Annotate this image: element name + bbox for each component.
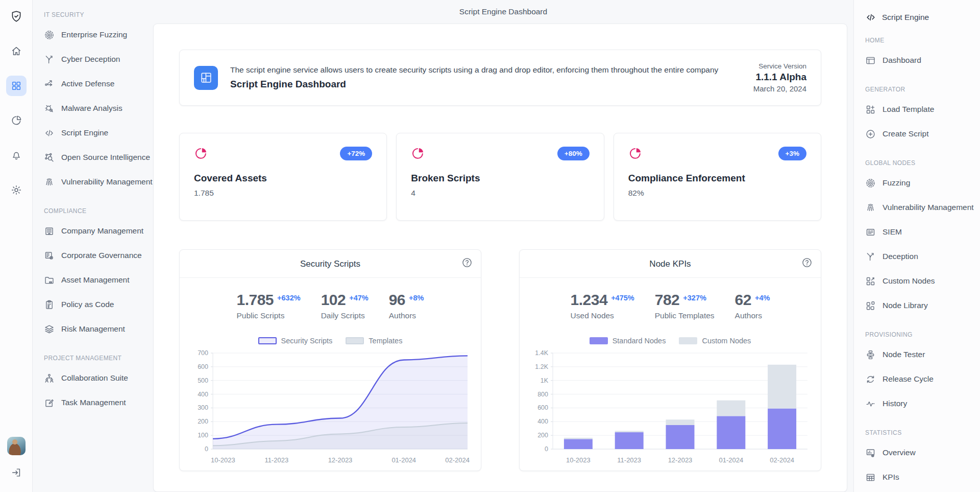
sidebar-item-label: Enterprise Fuzzing: [61, 30, 127, 39]
rightbar-section-title: GENERATOR: [865, 86, 976, 93]
sidebar-item-label: Open Source Intelligence: [61, 153, 150, 162]
sidebar-item-enterprise-fuzzing[interactable]: Enterprise Fuzzing: [44, 22, 148, 47]
rail-settings-button[interactable]: [6, 180, 27, 200]
sidebar-item-vulnerability-management[interactable]: Vulnerability Management: [44, 170, 148, 194]
chart-stat-delta: +632%: [277, 291, 301, 302]
icon-rail: [0, 0, 33, 492]
user-avatar[interactable]: [7, 437, 26, 455]
network-search-icon: [44, 152, 55, 163]
chart-stat-value: 102: [321, 291, 346, 309]
chart-stat-line: 1.785+632%: [236, 291, 300, 309]
info-card-text: The script engine service allows users t…: [230, 65, 741, 90]
chart-stat-line: 62+4%: [735, 291, 770, 309]
sidebar-item-asset-management[interactable]: Asset Management: [44, 268, 148, 292]
rightbar-item-custom-nodes[interactable]: Custom Nodes: [865, 269, 976, 293]
dashboard-app-icon: [194, 66, 218, 90]
chart-stat: 62+4%Authors: [735, 291, 770, 320]
rightbar-item-label: Vulnerability Management: [883, 203, 974, 212]
sidebar-item-script-engine[interactable]: Script Engine: [44, 121, 148, 145]
legend-swatch: [258, 337, 277, 344]
siem-card-icon: [865, 227, 876, 238]
chart-stat-delta: +47%: [349, 291, 369, 302]
service-version-label: Service Version: [753, 62, 806, 70]
rightbar-item-vulnerability-management[interactable]: Vulnerability Management: [865, 195, 976, 220]
sidebar-item-corporate-governance[interactable]: Corporate Governance: [44, 243, 148, 268]
rightbar-item-dashboard[interactable]: Dashboard: [865, 48, 976, 73]
chart-card-node-kpis: Node KPIs1.234+475%Used Nodes782+327%Pub…: [519, 249, 821, 471]
stat-card-title: Broken Scripts: [411, 173, 589, 184]
rail-home-button[interactable]: [6, 41, 27, 61]
logout-button[interactable]: [6, 462, 27, 483]
rightbar-item-deception[interactable]: Deception: [865, 244, 976, 269]
home-icon: [11, 45, 22, 57]
code-icon: [44, 128, 55, 138]
rail-notifications-button[interactable]: [6, 145, 27, 166]
rightbar-item-label: Release Cycle: [883, 374, 934, 384]
svg-text:01-2024: 01-2024: [391, 456, 416, 464]
rightbar-section-title: HOME: [865, 37, 976, 44]
chart-title: Security Scripts: [180, 259, 481, 269]
rightbar-item-load-template[interactable]: Load Template: [865, 97, 976, 122]
stat-card: +80%Broken Scripts4: [396, 133, 604, 221]
bell-icon: [11, 150, 22, 161]
chart-header: Node KPIs: [520, 250, 821, 278]
rightbar-item-release-cycle[interactable]: Release Cycle: [865, 367, 976, 391]
right-sidebar: Script Engine HOMEDashboardGENERATORLoad…: [853, 0, 980, 492]
sidebar-item-active-defense[interactable]: Active Defense: [44, 72, 148, 96]
sidebar-item-open-source-intelligence[interactable]: Open Source Intelligence: [44, 145, 148, 170]
chart-header: Security Scripts: [180, 250, 481, 278]
stat-card-value: 4: [411, 189, 589, 198]
rightbar-item-label: Custom Nodes: [883, 276, 935, 286]
legend-label: Security Scripts: [281, 337, 333, 345]
chart-stat-delta: +475%: [611, 291, 634, 302]
sidebar-item-risk-management[interactable]: Risk Management: [44, 317, 148, 341]
rightbar-item-overview[interactable]: Overview: [865, 440, 976, 465]
info-title: Script Engine Dashboard: [230, 79, 741, 90]
sidebar-item-label: Malware Analysis: [61, 104, 122, 113]
rightbar-item-history[interactable]: History: [865, 391, 976, 416]
rightbar-item-fuzzing[interactable]: Fuzzing: [865, 171, 976, 195]
rightbar-section-title: STATISTICS: [865, 429, 976, 436]
svg-text:300: 300: [198, 404, 208, 411]
rail-logo-button[interactable]: [6, 6, 27, 27]
svg-text:02-2024: 02-2024: [770, 456, 794, 464]
sidebar-item-task-management[interactable]: Task Management: [44, 390, 148, 415]
legend-item: Templates: [346, 337, 402, 345]
help-icon[interactable]: [801, 257, 813, 268]
chart-stat-value: 1.785: [236, 291, 274, 309]
cycle-icon: [865, 374, 876, 385]
chart-stat-line: 782+327%: [655, 291, 715, 309]
chart-stats-row: 1.785+632%Public Scripts102+47%Daily Scr…: [180, 291, 481, 320]
grid-icon: [11, 80, 22, 91]
stat-card-value: 82%: [628, 189, 806, 198]
svg-text:1.4K: 1.4K: [535, 349, 548, 357]
chart-stat-label: Used Nodes: [571, 311, 634, 320]
help-icon[interactable]: [461, 257, 473, 268]
sidebar-item-label: Task Management: [61, 398, 126, 407]
rightbar-item-label: Deception: [883, 252, 918, 261]
sidebar-item-policy-as-code[interactable]: Policy as Code: [44, 292, 148, 317]
rightbar-item-create-script[interactable]: Create Script: [865, 122, 976, 146]
sidebar-item-malware-analysis[interactable]: Malware Analysis: [44, 96, 148, 121]
chart-stat-value: 96: [389, 291, 405, 309]
svg-text:11-2023: 11-2023: [264, 456, 288, 464]
rightbar-item-kpis[interactable]: KPIs: [865, 465, 976, 489]
service-version-date: March 20, 2024: [753, 84, 806, 93]
right-sidebar-header: Script Engine: [865, 10, 976, 25]
grid-stack-icon: [865, 300, 876, 311]
chart-stat: 1.234+475%Used Nodes: [571, 291, 634, 320]
rightbar-item-node-tester[interactable]: Node Tester: [865, 342, 976, 367]
rightbar-item-siem[interactable]: SIEM: [865, 220, 976, 244]
rail-analytics-button[interactable]: [6, 110, 27, 131]
sidebar-item-collaboration-suite[interactable]: Collaboration Suite: [44, 366, 148, 390]
rightbar-item-node-library[interactable]: Node Library: [865, 293, 976, 318]
svg-text:02-2024: 02-2024: [445, 456, 470, 464]
svg-text:12-2023: 12-2023: [328, 456, 352, 464]
sidebar-item-label: Vulnerability Management: [61, 177, 153, 186]
rail-apps-button[interactable]: [6, 76, 27, 96]
sidebar-item-cyber-deception[interactable]: Cyber Deception: [44, 47, 148, 72]
svg-text:0: 0: [205, 446, 208, 453]
sidebar-item-company-management[interactable]: Company Management: [44, 219, 148, 243]
svg-text:10-2023: 10-2023: [566, 456, 591, 464]
stat-badge: +80%: [557, 147, 590, 160]
